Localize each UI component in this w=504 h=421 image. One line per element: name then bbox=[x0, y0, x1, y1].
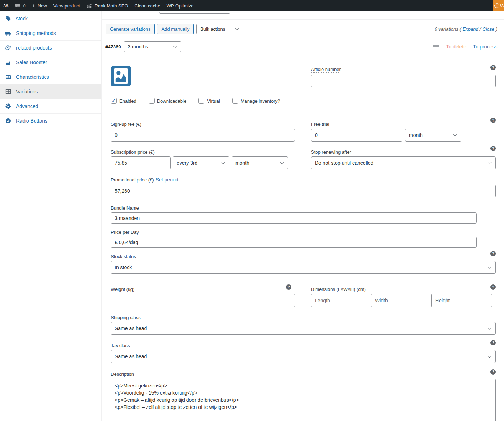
manage-inventory-checkbox[interactable] bbox=[232, 98, 238, 104]
sidebar-item-radio-buttons[interactable]: Radio Buttons bbox=[0, 114, 101, 128]
chevron-down-icon bbox=[173, 45, 177, 48]
variation-image-placeholder[interactable] bbox=[111, 66, 131, 86]
help-icon[interactable] bbox=[490, 369, 496, 375]
subscription-price-input[interactable] bbox=[111, 156, 171, 169]
chevron-down-icon bbox=[488, 354, 492, 358]
free-trial-input[interactable] bbox=[311, 129, 402, 142]
to-delete-link[interactable]: To delete bbox=[446, 44, 466, 50]
stock-status-select[interactable]: In stock bbox=[111, 261, 496, 274]
article-number-label: Article number bbox=[311, 67, 341, 73]
updates-count-label: 36 bbox=[3, 3, 8, 9]
wp-optimize-link[interactable]: WP Optimize bbox=[163, 0, 197, 11]
sidebar-item-stock[interactable]: stock bbox=[0, 11, 101, 26]
downloadable-checkbox[interactable] bbox=[149, 98, 155, 104]
tax-class-select[interactable]: Same as head bbox=[111, 350, 496, 363]
subscription-row: Subscription price (€) every 3rd month bbox=[111, 149, 496, 169]
dimension-height-input[interactable] bbox=[431, 294, 492, 307]
set-period-link[interactable]: Set period bbox=[156, 177, 178, 183]
to-process-link[interactable]: To process bbox=[473, 44, 497, 50]
description-textarea[interactable]: <p>Meest gekozen</p> <p>Voordelig - 15% … bbox=[111, 379, 496, 421]
sidebar-item-label: Advanced bbox=[16, 103, 38, 109]
bundle-name-input[interactable] bbox=[111, 212, 477, 224]
virtual-label: Virtual bbox=[207, 98, 220, 104]
virtual-checkbox[interactable] bbox=[198, 98, 204, 104]
manage-inventory-checkbox-item: Manage inventory? bbox=[232, 98, 280, 104]
sidebar-item-related-products[interactable]: related products bbox=[0, 41, 101, 55]
variation-id: #47369 bbox=[105, 44, 121, 50]
article-number-field-group: Article number bbox=[311, 66, 496, 87]
help-icon[interactable] bbox=[490, 284, 496, 290]
dimension-length-input[interactable] bbox=[311, 294, 371, 307]
subscription-period-select[interactable]: month bbox=[232, 156, 288, 169]
weight-dimensions-row: Weight (kg) Dimensions (L×W×H) (cm) bbox=[111, 286, 496, 307]
comments-count-label: 0 bbox=[23, 3, 25, 9]
sidebar-item-sales-booster[interactable]: Sales Booster bbox=[0, 55, 101, 70]
enabled-checkbox[interactable] bbox=[111, 98, 117, 104]
signup-fee-label: Sign-up fee (€) bbox=[111, 122, 141, 127]
stock-status-label: Stock status bbox=[111, 254, 136, 259]
help-icon[interactable] bbox=[490, 146, 496, 151]
variations-count-label: 6 variations ( bbox=[435, 26, 461, 32]
view-product-link[interactable]: View product bbox=[50, 0, 83, 11]
chevron-down-icon bbox=[235, 27, 239, 30]
close-link[interactable]: Close bbox=[482, 26, 494, 32]
free-trial-period-select[interactable]: month bbox=[405, 129, 461, 142]
add-manually-button[interactable]: Add manually bbox=[157, 24, 194, 34]
signup-fee-field-group: Sign-up fee (€) bbox=[111, 121, 295, 142]
bulk-actions-select[interactable]: Bulk actions bbox=[196, 24, 243, 34]
tag-icon bbox=[5, 16, 11, 22]
sidebar-item-label: stock bbox=[16, 16, 28, 21]
subscription-interval-select[interactable]: every 3rd bbox=[173, 156, 229, 169]
tax-class-row: Tax class Same as head bbox=[111, 342, 496, 363]
help-icon[interactable] bbox=[490, 340, 496, 345]
stop-renewing-select[interactable]: Do not stop until cancelled bbox=[311, 156, 496, 169]
promo-price-input[interactable] bbox=[111, 185, 496, 197]
price-per-day-input[interactable] bbox=[111, 237, 477, 248]
new-menu[interactable]: New bbox=[29, 0, 50, 11]
weight-input[interactable] bbox=[111, 294, 295, 307]
notice-badge[interactable]: i W bbox=[493, 0, 504, 11]
generate-variations-button[interactable]: Generate variations bbox=[106, 24, 155, 34]
dimension-width-input[interactable] bbox=[371, 294, 432, 307]
sidebar-item-shipping-methods[interactable]: Shipping methods bbox=[0, 26, 101, 41]
tax-class-label: Tax class bbox=[111, 343, 130, 348]
sidebar-item-advanced[interactable]: Advanced bbox=[0, 99, 101, 114]
shipping-class-select[interactable]: Same as head bbox=[111, 322, 496, 335]
sidebar-item-characteristics[interactable]: Characteristics bbox=[0, 70, 101, 84]
expand-link[interactable]: Expand bbox=[463, 26, 478, 32]
image-article-row: Article number bbox=[111, 66, 496, 87]
chart-icon bbox=[5, 60, 11, 66]
stock-status-value: In stock bbox=[115, 265, 132, 270]
description-label: Description bbox=[111, 371, 134, 377]
variation-attribute-value: 3 months bbox=[128, 44, 148, 50]
downloadable-checkbox-item: Downloadable bbox=[149, 98, 186, 104]
updates-count[interactable]: 36 bbox=[0, 0, 11, 11]
rank-math-menu[interactable]: Rank Math SEO bbox=[83, 0, 131, 11]
sidebar-item-label: related products bbox=[16, 45, 52, 51]
notice-text: W bbox=[500, 3, 504, 9]
bulk-actions-value: Bulk actions bbox=[200, 26, 225, 32]
help-icon[interactable] bbox=[490, 251, 496, 256]
clean-cache-link[interactable]: Clean cache bbox=[131, 0, 163, 11]
article-number-input[interactable] bbox=[311, 75, 496, 87]
grid-icon bbox=[5, 89, 11, 95]
stop-renewing-field-group: Stop renewing after Do not stop until ca… bbox=[311, 149, 496, 169]
chevron-down-icon bbox=[453, 133, 457, 137]
signup-fee-input[interactable] bbox=[111, 129, 295, 142]
tax-class-value: Same as head bbox=[115, 354, 147, 359]
page-layout: stock Shipping methods related products … bbox=[0, 11, 504, 421]
help-icon[interactable] bbox=[490, 65, 496, 70]
help-icon[interactable] bbox=[490, 118, 496, 123]
variations-toolbar: Generate variations Add manually Bulk ac… bbox=[102, 20, 504, 34]
admin-bar: 36 0 New View product Rank Math SEO Clea… bbox=[0, 0, 504, 11]
variation-body: Article number Enabled Downloadable Virt… bbox=[102, 52, 504, 421]
bundle-name-label: Bundle Name bbox=[111, 205, 139, 211]
fee-trial-row: Sign-up fee (€) Free trial month bbox=[111, 121, 496, 142]
help-icon[interactable] bbox=[286, 284, 291, 290]
enabled-label: Enabled bbox=[119, 98, 136, 104]
price-per-day-row: Price per Day bbox=[111, 229, 496, 248]
drag-handle-icon[interactable] bbox=[433, 45, 439, 48]
variation-attribute-select[interactable]: 3 months bbox=[124, 41, 181, 52]
comments-menu[interactable]: 0 bbox=[11, 0, 28, 11]
sidebar-item-variations[interactable]: Variations bbox=[0, 84, 101, 99]
